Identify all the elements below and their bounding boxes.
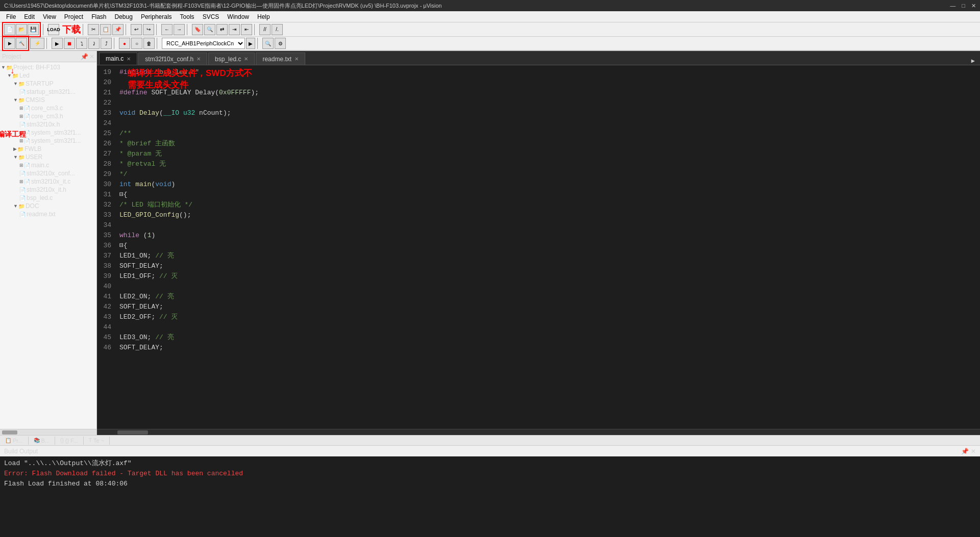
menu-item-tools[interactable]: Tools bbox=[176, 12, 199, 21]
code-editor[interactable]: 编译并生成头文件，SWD方式不需要生成头文件 19 #include "bsp_… bbox=[97, 65, 980, 429]
build-output-pin[interactable]: 📌 bbox=[961, 448, 969, 455]
clock-go-button[interactable]: ▶ bbox=[246, 38, 255, 49]
tab-readme[interactable]: readme.txt ✕ bbox=[256, 53, 305, 65]
code-line-30: 30 int main(void) bbox=[97, 180, 259, 190]
code-line-22: 22 bbox=[97, 98, 259, 108]
code-line-31: 31 ⊟{ bbox=[97, 190, 259, 200]
toolbar-sep4 bbox=[156, 24, 159, 35]
menu-item-debug[interactable]: Debug bbox=[111, 12, 137, 21]
project-scrollbar[interactable] bbox=[0, 429, 96, 435]
minimize-button[interactable]: — bbox=[950, 3, 955, 9]
menu-item-peripherals[interactable]: Peripherals bbox=[137, 12, 176, 21]
tab-scroll-right[interactable]: ▶ bbox=[968, 57, 978, 65]
toolbar-sep2 bbox=[83, 24, 86, 35]
tree-item-doc[interactable]: ▼ 📁 DOC bbox=[1, 202, 95, 210]
code-line-46: 46 SOFT_DELAY; bbox=[97, 343, 259, 353]
tab-stm32f10x-conf[interactable]: stm32f10x_conf.h ✕ bbox=[138, 53, 207, 65]
unindent-button[interactable]: ⇤ bbox=[241, 24, 252, 35]
code-line-35: 35 while (1) bbox=[97, 231, 259, 241]
tree-item-core-cm3-c[interactable]: ⊞ 📄 core_cm3.c bbox=[1, 104, 95, 112]
menu-item-flash[interactable]: Flash bbox=[87, 12, 110, 21]
tree-item-it-h[interactable]: 📄 stm32f10x_it.h bbox=[1, 186, 95, 194]
panel-pin-button[interactable]: 📌 bbox=[81, 53, 88, 60]
panel-close-button[interactable]: ✕ bbox=[89, 53, 94, 60]
step-out-button[interactable]: ⤴ bbox=[101, 38, 112, 49]
rebuild-button[interactable]: ⚡ bbox=[30, 38, 44, 49]
tree-item-system2[interactable]: ⊞ 📄 system_stm32f1... bbox=[1, 137, 95, 145]
tree-item-user[interactable]: ▼ 📁 USER bbox=[1, 153, 95, 161]
tree-item-conf[interactable]: 📄 stm32f10x_conf... bbox=[1, 169, 95, 177]
bp-clear-button[interactable]: 🗑 bbox=[143, 38, 155, 49]
debug-stop-button[interactable]: ⏹ bbox=[64, 38, 75, 49]
menu-item-window[interactable]: Window bbox=[223, 12, 253, 21]
new-file-button[interactable]: 📄 bbox=[4, 24, 15, 35]
menu-item-svcs[interactable]: SVCS bbox=[199, 12, 224, 21]
tab-conf-close[interactable]: ✕ bbox=[197, 56, 201, 62]
tree-item-readme[interactable]: 📄 readme.txt bbox=[1, 210, 95, 218]
indent-button[interactable]: ⇥ bbox=[229, 24, 240, 35]
menu-item-edit[interactable]: Edit bbox=[20, 12, 39, 21]
nav-fwd-button[interactable]: → bbox=[174, 24, 185, 35]
uncomment-button[interactable]: /. bbox=[272, 24, 283, 35]
project-tab-icon: 📋 bbox=[5, 438, 11, 443]
tree-item-stm32f10x-h[interactable]: 📄 stm32f10x.h bbox=[1, 120, 95, 129]
tree-item-cmsis[interactable]: ▼ 📁 CMSIS bbox=[1, 96, 95, 104]
bottom-tab-project[interactable]: 📋 Pr... bbox=[0, 437, 29, 445]
tab-bsp-led[interactable]: bsp_led.c ✕ bbox=[208, 53, 255, 65]
open-button[interactable]: 📂 bbox=[16, 24, 27, 35]
settings-button[interactable]: ⚙ bbox=[275, 38, 286, 49]
save-button[interactable]: 💾 bbox=[28, 24, 39, 35]
comment-button[interactable]: // bbox=[259, 24, 271, 35]
tree-item-system1[interactable]: ⊞ 📄 system_stm32f1... bbox=[1, 129, 95, 137]
copy-button[interactable]: 📋 bbox=[100, 24, 111, 35]
find-button[interactable]: 🔍 bbox=[204, 24, 215, 35]
tab-main-c-close[interactable]: ✕ bbox=[127, 56, 131, 62]
build-button[interactable]: 🔨 bbox=[16, 38, 27, 49]
bottom-tab-templates[interactable]: T Te ~ bbox=[84, 437, 110, 445]
editor-horizontal-scrollbar[interactable] bbox=[97, 429, 980, 435]
bookmark-button[interactable]: 🔖 bbox=[192, 24, 203, 35]
menu-item-project[interactable]: Project bbox=[60, 12, 87, 21]
tree-item-startup-file[interactable]: 📄 startup_stm32f1... bbox=[1, 88, 95, 96]
redo-button[interactable]: ↪ bbox=[143, 24, 154, 35]
clock-dropdown[interactable]: RCC_AHB1PeriphClockCn bbox=[162, 38, 245, 49]
menu-item-view[interactable]: View bbox=[39, 12, 60, 21]
menu-item-help[interactable]: Help bbox=[253, 12, 274, 21]
paste-button[interactable]: 📌 bbox=[112, 24, 124, 35]
tab-readme-close[interactable]: ✕ bbox=[295, 56, 299, 62]
build-line-1: Load "..\\..\\Output\\流水灯.axf" bbox=[4, 458, 976, 469]
replace-button[interactable]: ⇄ bbox=[216, 24, 228, 35]
code-line-19: 19 #include "bsp_led.h" bbox=[97, 67, 259, 78]
tab-main-c[interactable]: main.c ✕ bbox=[99, 53, 137, 65]
maximize-button[interactable]: □ bbox=[962, 3, 965, 9]
cut-button[interactable]: ✂ bbox=[88, 24, 99, 35]
tree-item-bsp-led[interactable]: 📄 bsp_led.c bbox=[1, 194, 95, 202]
bottom-tab-books[interactable]: 📚 B... bbox=[29, 437, 56, 445]
undo-button[interactable]: ↩ bbox=[131, 24, 142, 35]
bp-disable-button[interactable]: ○ bbox=[131, 38, 142, 49]
bottom-tab-functions[interactable]: {} {} F... bbox=[55, 437, 84, 445]
tree-item-startup[interactable]: ▼ 📁 STARTUP bbox=[1, 80, 95, 88]
load-button[interactable]: LOAD bbox=[48, 24, 59, 35]
step-into-button[interactable]: ⤵ bbox=[76, 38, 87, 49]
tree-item-it-c[interactable]: ⊞ 📄 stm32f10x_it.c bbox=[1, 177, 95, 186]
tree-item-project[interactable]: ▼ 📁 Project: BH-F103 bbox=[1, 63, 95, 71]
project-tree: ▼ 📁 Project: BH-F103 ▼ 📁 Led ▼ 📁 STARTUP… bbox=[0, 62, 96, 429]
zoom-in-button[interactable]: 🔍 bbox=[262, 38, 274, 49]
bp-toggle-button[interactable]: ● bbox=[119, 38, 130, 49]
project-panel-header: Project 📌 ✕ bbox=[0, 51, 96, 62]
close-button[interactable]: ✕ bbox=[971, 3, 976, 9]
tree-item-core-cm3-h[interactable]: ⊞ 📄 core_cm3.h bbox=[1, 112, 95, 120]
tab-bsp-close[interactable]: ✕ bbox=[244, 56, 248, 62]
tree-item-led[interactable]: ▼ 📁 Led bbox=[1, 71, 95, 80]
build-output-close[interactable]: ✕ bbox=[971, 448, 976, 455]
compile-button[interactable]: ▶ bbox=[4, 38, 15, 49]
toolbar-sep3 bbox=[126, 24, 129, 35]
step-over-button[interactable]: ⤸ bbox=[88, 38, 100, 49]
menu-item-file[interactable]: File bbox=[2, 12, 20, 21]
tree-item-fwlb[interactable]: ▶ 📁 FWLB bbox=[1, 145, 95, 153]
debug-start-button[interactable]: ▶ bbox=[52, 38, 63, 49]
tree-item-main-c[interactable]: ⊞ 📄 main.c bbox=[1, 161, 95, 169]
toolbar-row1: 📄 📂 💾 LOAD 下载 ✂ 📋 📌 ↩ ↪ ← → 🔖 🔍 ⇄ ⇥ ⇤ //… bbox=[0, 22, 980, 37]
nav-back-button[interactable]: ← bbox=[161, 24, 173, 35]
